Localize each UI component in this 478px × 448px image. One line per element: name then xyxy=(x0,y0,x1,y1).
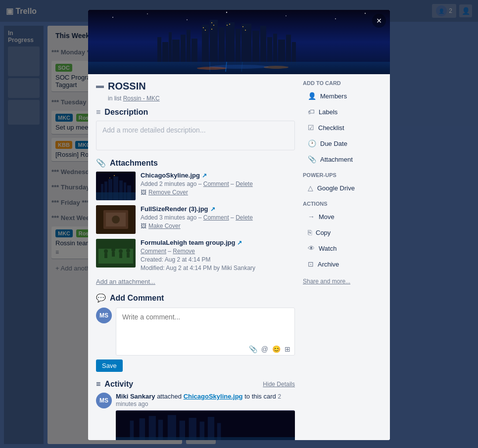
attach-created-3: Created: Aug 2 at 4:14 PM xyxy=(141,256,210,263)
svg-rect-30 xyxy=(211,22,212,23)
svg-rect-14 xyxy=(191,39,197,64)
attach-action-icon-2: 🖼 xyxy=(141,223,146,229)
sidebar-add-to-card-label: ADD TO CARD xyxy=(303,80,382,86)
sidebar-labels-button[interactable]: 🏷 Labels xyxy=(303,105,382,119)
attachment-meta-3a: Comment – Remove xyxy=(141,248,295,255)
sidebar-google-drive-button[interactable]: △ Google Drive xyxy=(303,181,382,195)
emoji-icon[interactable]: 😊 xyxy=(272,345,281,353)
attach-file-icon[interactable]: 📎 xyxy=(249,345,257,353)
activity-file-link[interactable]: ChicagoSkyline.jpg xyxy=(184,393,243,400)
comment-box[interactable]: 📎 @ 😊 ⊞ xyxy=(116,308,295,356)
save-comment-button[interactable]: Save xyxy=(96,359,123,372)
attachment-thumb-1 xyxy=(96,172,136,200)
attachment-meta-1: Added 2 minutes ago – Comment – Delete xyxy=(141,180,295,187)
external-link-icon-2: ↗ xyxy=(210,206,215,213)
copy-label: Copy xyxy=(316,229,331,236)
activity-avatar: MS xyxy=(96,393,112,408)
card-title: ROSSIN xyxy=(108,80,146,92)
copy-icon: ⎘ xyxy=(308,228,312,236)
comment-toolbar: 📎 @ 😊 ⊞ xyxy=(116,343,294,355)
hide-details-link[interactable]: Hide Details xyxy=(263,381,295,388)
svg-point-65 xyxy=(119,249,123,253)
attachment-item-2: FullSizeRender (3).jpg ↗ Added 3 minutes… xyxy=(96,205,295,234)
sidebar-watch-button[interactable]: 👁 Watch xyxy=(303,241,382,255)
comment-textarea[interactable] xyxy=(116,308,294,342)
activity-label: Activity xyxy=(104,380,133,389)
archive-icon: ⊡ xyxy=(308,260,314,268)
attach-remove-link-3[interactable]: Remove xyxy=(173,248,195,255)
sidebar-move-button[interactable]: → Move xyxy=(303,210,382,224)
attachment-thumb-city xyxy=(96,172,136,200)
svg-rect-18 xyxy=(226,22,235,64)
svg-rect-74 xyxy=(168,415,176,440)
svg-rect-19 xyxy=(236,29,240,64)
activity-icon: ≡ xyxy=(96,380,100,389)
move-icon: → xyxy=(308,213,315,221)
sidebar-archive-button[interactable]: ⊡ Archive xyxy=(303,257,382,271)
sidebar-attachment-button[interactable]: 📎 Attachment xyxy=(303,152,382,166)
attachment-meta-3b: Created: Aug 2 at 4:14 PM xyxy=(141,256,295,263)
sidebar-actions: ACTIONS → Move ⎘ Copy 👁 Watch xyxy=(303,201,382,271)
attachments-header: 📎 Attachments xyxy=(96,158,295,168)
activity-text-1: Miki Sankary attached ChicagoSkyline.jpg… xyxy=(116,393,295,407)
card-icon: ▬ xyxy=(96,81,104,90)
attach-filename-3: FormulaLehigh team group.jpg xyxy=(141,239,235,246)
share-more-link[interactable]: Share and more... xyxy=(303,278,350,285)
activity-user-link[interactable]: Miki Sankary xyxy=(116,393,155,400)
sidebar-add-to-card: ADD TO CARD 👤 Members 🏷 Labels ☑ Check xyxy=(303,80,382,166)
description-input[interactable]: Add a more detailed description... xyxy=(96,121,295,150)
svg-rect-33 xyxy=(227,25,228,26)
attach-time-1: Added 2 minutes ago xyxy=(141,180,196,187)
activity-preview-image xyxy=(116,410,295,440)
svg-rect-66 xyxy=(119,253,122,258)
svg-rect-80 xyxy=(116,437,295,440)
user-avatar-comment: MS xyxy=(96,308,112,323)
description-icon: ≡ xyxy=(96,108,100,117)
due-date-icon: 🕐 xyxy=(308,139,316,147)
labels-label: Labels xyxy=(319,108,337,116)
svg-rect-62 xyxy=(104,253,107,258)
attach-modified-3: Modified: Aug 2 at 4:14 PM by Miki Sanka… xyxy=(141,265,255,271)
svg-rect-27 xyxy=(292,42,296,64)
google-drive-label: Google Drive xyxy=(317,184,355,192)
svg-point-43 xyxy=(264,66,288,69)
members-label: Members xyxy=(320,92,347,100)
list-ref-link[interactable]: Rossin - MKC xyxy=(123,95,160,102)
comment-header: 💬 Add Comment xyxy=(96,293,295,303)
watch-label: Watch xyxy=(319,245,336,252)
remove-cover-link[interactable]: Remove Cover xyxy=(148,189,188,196)
archive-label: Archive xyxy=(318,261,339,268)
sidebar-members-button[interactable]: 👤 Members xyxy=(303,89,382,103)
attachment-item-3: FormulaLehigh team group.jpg ↗ Comment –… xyxy=(96,239,295,273)
attach-comment-link-1[interactable]: Comment xyxy=(203,180,229,187)
sidebar-copy-button[interactable]: ⎘ Copy xyxy=(303,225,382,239)
svg-rect-52 xyxy=(96,192,136,200)
modal-close-button[interactable]: × xyxy=(372,14,386,28)
svg-rect-22 xyxy=(260,26,266,64)
svg-rect-25 xyxy=(278,40,285,64)
attachment-name-2: FullSizeRender (3).jpg ↗ xyxy=(141,205,295,213)
mention-icon[interactable]: @ xyxy=(261,345,268,353)
attach-delete-link-2[interactable]: Delete xyxy=(236,214,253,221)
svg-rect-26 xyxy=(286,35,291,64)
sidebar-due-date-button[interactable]: 🕐 Due Date xyxy=(303,136,382,150)
cover-skyline xyxy=(88,10,390,74)
svg-point-61 xyxy=(104,249,108,253)
svg-rect-21 xyxy=(252,31,259,64)
sidebar-checklist-button[interactable]: ☑ Checklist xyxy=(303,121,382,134)
labels-icon: 🏷 xyxy=(308,108,315,116)
attach-delete-link-1[interactable]: Delete xyxy=(236,180,253,187)
attach-comment-link-2[interactable]: Comment xyxy=(203,214,229,221)
attach-filename-1: ChicagoSkyline.jpg xyxy=(141,172,200,179)
modal-main-content: ▬ ROSSIN in list Rossin - MKC ≡ Descript… xyxy=(96,80,295,440)
svg-rect-16 xyxy=(210,20,218,64)
make-cover-link[interactable]: Make Cover xyxy=(148,223,181,229)
format-icon[interactable]: ⊞ xyxy=(285,345,290,353)
move-label: Move xyxy=(319,213,335,221)
svg-rect-32 xyxy=(211,29,212,30)
attach-comment-link-3[interactable]: Comment xyxy=(141,248,166,255)
svg-rect-76 xyxy=(189,418,196,440)
attachment-sidebar-icon: 📎 xyxy=(308,155,316,163)
add-attachment-link[interactable]: Add an attachment... xyxy=(96,278,295,285)
checklist-label: Checklist xyxy=(318,124,344,132)
